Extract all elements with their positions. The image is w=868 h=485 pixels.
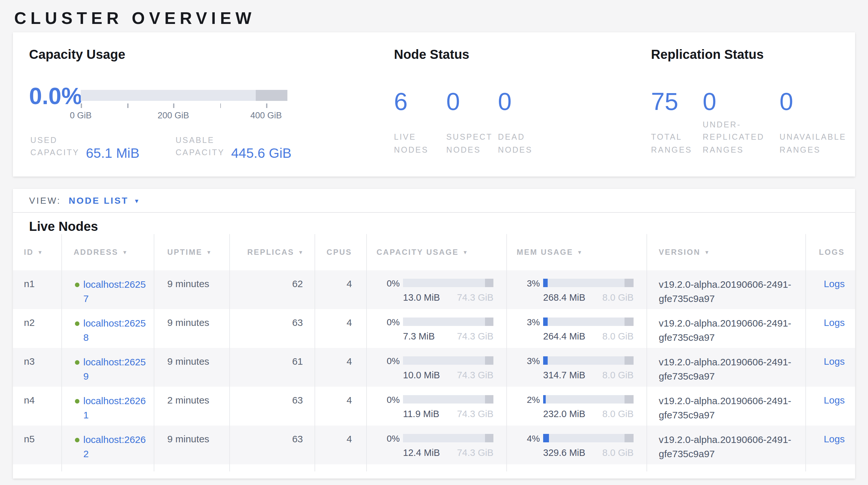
live-nodes-title: Live Nodes bbox=[13, 213, 855, 234]
node-address-link[interactable]: localhost:26261 bbox=[83, 394, 147, 426]
mem-usage-bar bbox=[543, 356, 633, 365]
node-list-card: VIEW: NODE LIST ▼ Live Nodes ID▼ ADDRESS… bbox=[13, 189, 855, 479]
cluster-overview-page: CLUSTER OVERVIEW Capacity Usage 0.0% 0 G… bbox=[0, 0, 868, 485]
mem-usage-cell: 3% 314.7 MiB8.0 GiB bbox=[506, 348, 647, 387]
node-uptime: 9 minutes bbox=[154, 309, 229, 348]
node-address-cell: localhost:26257 bbox=[61, 270, 154, 309]
live-status-icon bbox=[75, 399, 80, 403]
live-status-icon bbox=[75, 438, 80, 442]
node-version-cell: v19.2.0-alpha.20190606-2491-gfe735c9a97 bbox=[647, 387, 805, 426]
capacity-usage-section: Capacity Usage 0.0% 0 GiB 200 GiB 400 Gi… bbox=[29, 48, 381, 61]
column-header-mem-usage[interactable]: MEM USAGE▼ bbox=[506, 234, 647, 270]
mem-usage-bar bbox=[543, 434, 633, 442]
sort-icon: ▼ bbox=[37, 249, 43, 255]
capacity-used-percent: 0.0% bbox=[29, 84, 82, 109]
unavailable-ranges-stat: 0 UNAVAILABLE RANGES bbox=[779, 89, 846, 156]
column-header-id[interactable]: ID▼ bbox=[13, 234, 61, 270]
capacity-percent: 0% bbox=[376, 394, 400, 404]
capacity-total-value: 74.3 GiB bbox=[457, 409, 493, 419]
node-replicas: 61 bbox=[229, 348, 314, 387]
replication-status-section: Replication Status 75 TOTAL RANGES 0 UND… bbox=[651, 48, 851, 61]
used-capacity-value: 65.1 MiB bbox=[86, 145, 140, 161]
node-version: v19.2.0-alpha.20190606-2491-gfe735c9a97 bbox=[659, 394, 796, 422]
mem-used-value: 329.6 MiB bbox=[543, 448, 585, 458]
mem-percent: 2% bbox=[517, 394, 540, 404]
capacity-bar-axis: 0 GiB 200 GiB 400 GiB bbox=[81, 101, 287, 127]
mem-percent: 3% bbox=[517, 278, 540, 288]
capacity-total-value: 74.3 GiB bbox=[457, 448, 493, 458]
replication-status-title: Replication Status bbox=[651, 48, 851, 61]
view-label: VIEW: bbox=[29, 195, 61, 206]
capacity-used-value: 7.3 MiB bbox=[403, 331, 435, 341]
column-header-address[interactable]: ADDRESS▼ bbox=[61, 234, 154, 270]
live-nodes-count: 6 bbox=[394, 89, 446, 114]
mem-usage-bar bbox=[543, 395, 633, 403]
mem-usage-cell: 3% 264.4 MiB8.0 GiB bbox=[506, 309, 647, 348]
capacity-usage-cell: 0% 12.4 MiB74.3 GiB bbox=[366, 426, 506, 464]
column-header-logs: LOGS bbox=[805, 234, 855, 270]
axis-tick bbox=[81, 104, 82, 108]
table-row: n4 localhost:26261 2 minutes 63 4 0% 11.… bbox=[13, 387, 855, 426]
node-address-link[interactable]: localhost:26259 bbox=[83, 355, 147, 387]
capacity-used-value: 11.9 MiB bbox=[403, 409, 439, 419]
column-header-capacity-usage[interactable]: CAPACITY USAGE▼ bbox=[366, 234, 506, 270]
logs-link[interactable]: Logs bbox=[824, 433, 845, 444]
column-header-cpus: CPUS bbox=[314, 234, 366, 270]
logs-link[interactable]: Logs bbox=[824, 278, 845, 289]
node-address-cell: localhost:26262 bbox=[61, 426, 154, 464]
capacity-total-value: 74.3 GiB bbox=[457, 292, 493, 303]
logs-link[interactable]: Logs bbox=[824, 356, 845, 367]
page-title: CLUSTER OVERVIEW bbox=[14, 8, 255, 28]
mem-usage-bar bbox=[543, 279, 633, 287]
column-header-version[interactable]: VERSION▼ bbox=[647, 234, 805, 270]
table-row: n1 localhost:26257 9 minutes 62 4 0% 13.… bbox=[13, 270, 855, 309]
sort-icon: ▼ bbox=[577, 249, 583, 255]
logs-cell: Logs bbox=[805, 426, 855, 464]
live-nodes-label: LIVE NODES bbox=[394, 132, 446, 157]
node-cpus: 4 bbox=[314, 348, 366, 387]
node-cpus: 4 bbox=[314, 309, 366, 348]
capacity-usage-bar bbox=[403, 317, 493, 326]
node-address-link[interactable]: localhost:26257 bbox=[83, 278, 147, 309]
axis-tick bbox=[127, 104, 128, 108]
view-dropdown-value[interactable]: NODE LIST bbox=[69, 195, 128, 206]
capacity-percent: 0% bbox=[376, 317, 400, 327]
logs-cell: Logs bbox=[805, 348, 855, 387]
sort-icon: ▼ bbox=[122, 249, 128, 255]
suspect-nodes-label: SUSPECT NODES bbox=[446, 132, 498, 157]
view-dropdown[interactable]: NODE LIST ▼ bbox=[69, 195, 140, 206]
axis-tick bbox=[220, 104, 221, 108]
logs-link[interactable]: Logs bbox=[824, 317, 845, 328]
sort-icon: ▼ bbox=[704, 249, 710, 255]
under-replicated-ranges-stat: 0 UNDER- REPLICATED RANGES bbox=[703, 89, 779, 156]
live-status-icon bbox=[75, 360, 80, 365]
node-address-cell: localhost:26258 bbox=[61, 309, 154, 348]
capacity-usage-bar bbox=[403, 434, 493, 442]
column-header-uptime[interactable]: UPTIME▼ bbox=[154, 234, 229, 270]
chevron-down-icon: ▼ bbox=[134, 198, 140, 204]
node-address-link[interactable]: localhost:26258 bbox=[83, 316, 147, 348]
dead-nodes-label: DEAD NODES bbox=[498, 132, 532, 157]
capacity-usage-cell: 0% 13.0 MiB74.3 GiB bbox=[366, 270, 506, 309]
node-address-link[interactable]: localhost:26262 bbox=[83, 433, 147, 464]
capacity-percent: 0% bbox=[376, 355, 400, 366]
node-version-cell: v19.2.0-alpha.20190606-2491-gfe735c9a97 bbox=[647, 426, 805, 464]
suspect-nodes-count: 0 bbox=[446, 89, 498, 114]
suspect-nodes-stat: 0 SUSPECT NODES bbox=[446, 89, 498, 156]
capacity-usage-bar bbox=[403, 279, 493, 287]
used-capacity-stat: USED CAPACITY 65.1 MiB bbox=[30, 135, 140, 160]
column-header-replicas[interactable]: REPLICAS▼ bbox=[229, 234, 314, 270]
node-status-section: Node Status 6 LIVE NODES 0 SUSPECT NODES… bbox=[394, 48, 640, 61]
total-ranges-count: 75 bbox=[651, 89, 703, 114]
node-status-stats: 6 LIVE NODES 0 SUSPECT NODES 0 DEAD NODE… bbox=[394, 89, 532, 156]
capacity-usage-bar bbox=[403, 395, 493, 403]
capacity-used-value: 12.4 MiB bbox=[403, 448, 440, 458]
table-row: n5 localhost:26262 9 minutes 63 4 0% 12.… bbox=[13, 426, 855, 464]
mem-percent: 3% bbox=[517, 355, 540, 366]
usable-capacity-value: 445.6 GiB bbox=[231, 145, 291, 161]
logs-link[interactable]: Logs bbox=[824, 395, 845, 405]
node-cpus: 4 bbox=[314, 270, 366, 309]
capacity-percent: 0% bbox=[376, 433, 400, 443]
mem-total-value: 8.0 GiB bbox=[602, 370, 633, 380]
mem-usage-cell: 3% 268.4 MiB8.0 GiB bbox=[506, 270, 647, 309]
